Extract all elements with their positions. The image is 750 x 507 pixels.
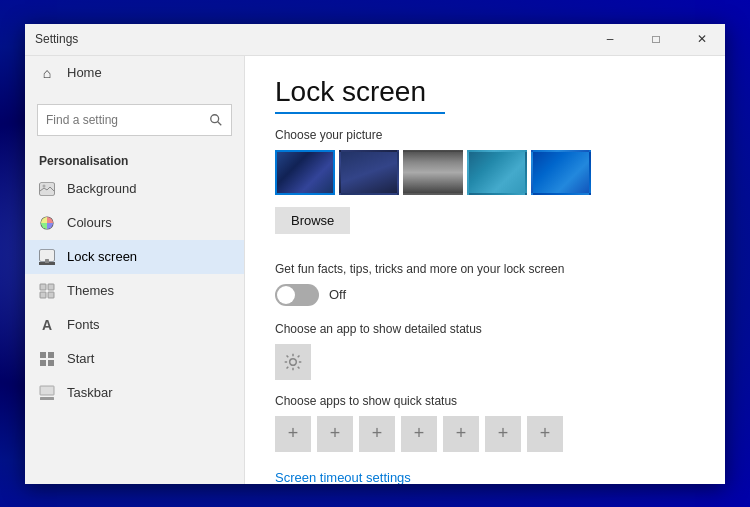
picture-row: [275, 150, 695, 195]
browse-button[interactable]: Browse: [275, 207, 350, 234]
fun-facts-toggle[interactable]: [275, 284, 319, 306]
personalisation-section-label: Personalisation: [25, 146, 244, 172]
svg-line-26: [298, 366, 300, 368]
search-icon: [209, 113, 223, 127]
themes-label: Themes: [67, 283, 114, 298]
fun-facts-label: Get fun facts, tips, tricks and more on …: [275, 262, 695, 276]
toggle-knob: [277, 286, 295, 304]
picture-thumb-2[interactable]: [339, 150, 399, 195]
lock-screen-label: Lock screen: [67, 249, 137, 264]
quick-apps-row: + + + + + + +: [275, 416, 695, 452]
detailed-app-button[interactable]: [275, 344, 311, 380]
svg-rect-13: [48, 292, 54, 298]
home-icon: ⌂: [39, 65, 55, 81]
toggle-off-label: Off: [329, 287, 346, 302]
colours-icon: [39, 215, 55, 231]
maximize-button[interactable]: □: [633, 23, 679, 55]
svg-rect-16: [40, 360, 46, 366]
picture-thumb-4[interactable]: [467, 150, 527, 195]
quick-app-btn-2[interactable]: +: [317, 416, 353, 452]
svg-point-4: [43, 184, 46, 187]
sidebar: ⌂ Home Personalisation: [25, 56, 245, 484]
quick-app-btn-1[interactable]: +: [275, 416, 311, 452]
svg-rect-11: [48, 284, 54, 290]
quick-app-btn-5[interactable]: +: [443, 416, 479, 452]
svg-rect-10: [40, 284, 46, 290]
sidebar-item-start[interactable]: Start: [25, 342, 244, 376]
svg-line-27: [298, 355, 300, 357]
fonts-icon: A: [39, 317, 55, 333]
svg-rect-19: [40, 397, 54, 400]
sidebar-item-background[interactable]: Background: [25, 172, 244, 206]
background-icon: [39, 181, 55, 197]
svg-rect-12: [40, 292, 46, 298]
screen-timeout-link[interactable]: Screen timeout settings: [275, 470, 411, 484]
svg-rect-17: [48, 360, 54, 366]
window-title: Settings: [35, 32, 78, 46]
picture-thumb-3[interactable]: [403, 150, 463, 195]
sun-icon: [283, 352, 303, 372]
settings-window: Settings – □ ✕ ⌂ Home Personalis: [25, 24, 725, 484]
sidebar-item-taskbar[interactable]: Taskbar: [25, 376, 244, 410]
title-underline: [275, 112, 445, 114]
svg-line-1: [218, 121, 222, 125]
quick-status-label: Choose apps to show quick status: [275, 394, 695, 408]
quick-app-btn-4[interactable]: +: [401, 416, 437, 452]
quick-app-btn-6[interactable]: +: [485, 416, 521, 452]
search-box[interactable]: [37, 104, 232, 136]
svg-rect-15: [48, 352, 54, 358]
svg-rect-18: [40, 386, 54, 395]
svg-point-20: [290, 358, 297, 365]
taskbar-label: Taskbar: [67, 385, 113, 400]
lock-screen-icon: [39, 249, 55, 265]
svg-line-28: [287, 366, 289, 368]
svg-line-25: [287, 355, 289, 357]
quick-app-btn-7[interactable]: +: [527, 416, 563, 452]
title-bar: Settings – □ ✕: [25, 24, 725, 56]
quick-app-btn-3[interactable]: +: [359, 416, 395, 452]
start-label: Start: [67, 351, 94, 366]
toggle-row: Off: [275, 284, 695, 306]
svg-point-0: [211, 114, 219, 122]
themes-icon: [39, 283, 55, 299]
search-input[interactable]: [46, 113, 209, 127]
minimize-button[interactable]: –: [587, 23, 633, 55]
sidebar-item-themes[interactable]: Themes: [25, 274, 244, 308]
choose-picture-label: Choose your picture: [275, 128, 695, 142]
sidebar-item-fonts[interactable]: A Fonts: [25, 308, 244, 342]
background-label: Background: [67, 181, 136, 196]
svg-rect-14: [40, 352, 46, 358]
window-content: ⌂ Home Personalisation: [25, 56, 725, 484]
sidebar-item-home[interactable]: ⌂ Home: [25, 56, 244, 90]
start-icon: [39, 351, 55, 367]
main-content: Lock screen Choose your picture Browse G…: [245, 56, 725, 484]
window-controls: – □ ✕: [587, 23, 725, 55]
picture-thumb-1[interactable]: [275, 150, 335, 195]
colours-label: Colours: [67, 215, 112, 230]
sidebar-home-label: Home: [67, 65, 102, 80]
picture-thumb-5[interactable]: [531, 150, 591, 195]
taskbar-icon: [39, 385, 55, 401]
detailed-status-label: Choose an app to show detailed status: [275, 322, 695, 336]
sidebar-item-lock-screen[interactable]: Lock screen: [25, 240, 244, 274]
fonts-label: Fonts: [67, 317, 100, 332]
close-button[interactable]: ✕: [679, 23, 725, 55]
sidebar-item-colours[interactable]: Colours: [25, 206, 244, 240]
page-title: Lock screen: [275, 76, 695, 108]
svg-rect-9: [45, 259, 49, 263]
